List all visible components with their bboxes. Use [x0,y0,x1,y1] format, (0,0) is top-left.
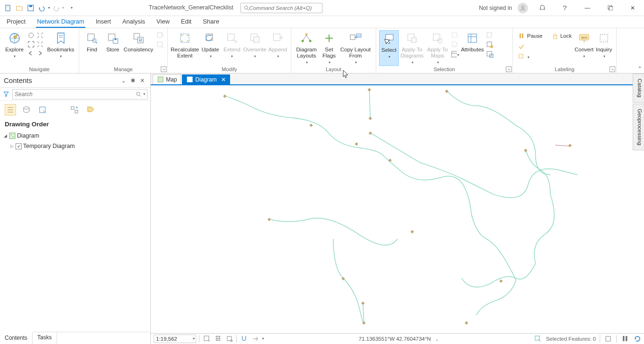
sel-icon-2[interactable] [451,41,459,49]
search-icon[interactable] [136,91,141,97]
sb-constraint-icon[interactable] [251,335,259,343]
tab-project[interactable]: Project [6,16,26,28]
refresh-icon[interactable] [633,335,641,343]
command-search[interactable] [240,3,322,13]
signin-label[interactable]: Not signed in [479,5,512,11]
extend-button[interactable]: Extend [222,30,242,66]
convert-button[interactable]: abc Convert [575,30,594,66]
pane-tab-contents[interactable]: Contents [0,332,33,344]
consistency-button[interactable]: Consistency [124,30,153,66]
diagram-canvas[interactable] [151,85,644,333]
sb-dropdown-icon[interactable]: ▾ [262,336,264,341]
new-project-icon[interactable] [3,3,13,13]
sb-snapping-icon[interactable] [239,335,248,343]
selection-dialog-launcher[interactable]: ↘ [506,66,512,72]
pane-tab-tasks[interactable]: Tasks [33,332,57,344]
bookmarks-dropdown[interactable] [59,53,62,59]
tab-share[interactable]: Share [202,16,220,28]
minimize-button[interactable]: — [579,3,596,13]
manage-icon-2[interactable] [156,41,165,49]
sb-icon-1[interactable] [202,335,211,343]
inquiry-button[interactable]: Inquiry [594,30,613,66]
lock-button[interactable]: Lock [550,31,574,41]
open-project-icon[interactable] [14,3,25,13]
tree-toggle-icon[interactable]: ▷ [9,144,14,148]
scale-input[interactable]: 1:19,562 ▾ [154,335,196,343]
tab-analysis[interactable]: Analysis [121,16,146,28]
selected-features-icon[interactable] [534,335,542,343]
sel-icon-5[interactable] [486,41,494,49]
update-dropdown[interactable] [209,53,212,59]
help-icon[interactable]: ? [556,3,573,13]
view-tab-map[interactable]: Map [153,74,181,84]
view-tab-close-icon[interactable]: ✕ [221,76,226,83]
pane-menu-icon[interactable]: ⌄ [119,76,128,85]
list-by-labeling-icon[interactable] [85,104,96,115]
redo-icon[interactable] [51,3,61,13]
dock-tab-catalog[interactable]: Catalog [633,74,644,103]
tab-edit[interactable]: Edit [180,16,192,28]
contents-search-input[interactable] [15,91,136,98]
sel-icon-1[interactable] [451,31,459,40]
more-labeling-icon[interactable] [516,41,549,51]
bookmarks-button[interactable]: Bookmarks [45,30,76,66]
list-by-source-icon[interactable] [21,104,32,115]
convert-dropdown[interactable] [583,53,585,59]
sel-icon-3[interactable] [451,50,459,58]
manage-icon-1[interactable] [156,31,165,40]
save-project-icon[interactable] [25,3,36,13]
maximize-button[interactable] [602,3,619,13]
sel-icon-4[interactable] [486,31,494,40]
diagram-layouts-button[interactable]: Diagram Layouts [294,30,319,66]
set-flags-button[interactable]: Set Flags [320,30,339,66]
tab-view[interactable]: View [156,16,171,28]
explore-button[interactable]: Explore [3,30,26,66]
list-by-selection-icon[interactable] [37,104,48,115]
labeling-dialog-launcher[interactable]: ↘ [610,66,615,72]
tree-toggle-icon[interactable]: ◢ [3,133,8,138]
manage-dialog-launcher[interactable]: ↘ [161,66,166,72]
scale-dropdown-icon[interactable]: ▾ [193,336,195,341]
pane-close-icon[interactable]: ✕ [138,76,147,85]
pane-pin-icon[interactable]: ✱ [129,76,137,85]
view-tab-diagram[interactable]: Diagram ✕ [182,74,230,84]
extend-dropdown[interactable] [231,53,233,59]
pause-drawing-icon[interactable] [620,335,629,343]
sb-catalog-icon[interactable] [604,335,612,343]
append-button[interactable]: Append [267,30,288,66]
list-by-snapping-icon[interactable] [69,104,80,115]
zoom-sel-icon[interactable] [27,40,35,49]
sb-icon-3[interactable] [225,335,233,343]
apply-to-diagrams-button[interactable]: Apply To Diagrams [400,30,424,66]
coords-dropdown-icon[interactable]: ⌄ [435,337,439,342]
prev-extent-icon[interactable] [27,49,35,57]
sel-icon-6[interactable] [486,50,494,58]
explore-dropdown[interactable] [13,53,16,59]
tab-insert[interactable]: Insert [95,16,112,28]
tree-layer-temporary[interactable]: ▷ Temporary Diagram [3,141,148,151]
dock-tab-geoprocessing[interactable]: Geoprocessing [633,104,644,150]
command-search-input[interactable] [249,5,320,11]
overwrite-button[interactable]: Overwrite [243,30,266,66]
layer-visibility-checkbox[interactable] [16,143,22,149]
copy-layout-from-button[interactable]: XY Copy Layout From [339,30,372,66]
attributes-button[interactable]: Attributes [460,30,485,66]
filter-icon[interactable] [3,90,10,98]
sb-icon-2[interactable] [214,335,222,343]
append-dropdown[interactable] [277,53,279,59]
zoom-fixed-out-icon[interactable] [36,40,44,49]
recalculate-extent-button[interactable]: Recalculate Extent [171,30,199,66]
list-by-editing-icon[interactable] [53,104,64,115]
close-button[interactable]: ✕ [624,3,641,13]
bell-icon[interactable] [534,3,551,13]
overwrite-dropdown[interactable] [254,53,256,59]
update-button[interactable]: Update [200,30,221,66]
pause-button[interactable]: Pause [516,31,549,41]
tab-network-diagram[interactable]: Network Diagram [36,16,85,28]
store-button[interactable]: Store [103,30,123,66]
search-dropdown-icon[interactable]: ▾ [143,92,145,96]
select-button[interactable]: Select [379,30,399,66]
avatar-icon[interactable] [518,3,528,13]
zoom-fixed-in-icon[interactable] [36,31,44,40]
collapse-ribbon-icon[interactable]: ⌃ [637,66,642,72]
